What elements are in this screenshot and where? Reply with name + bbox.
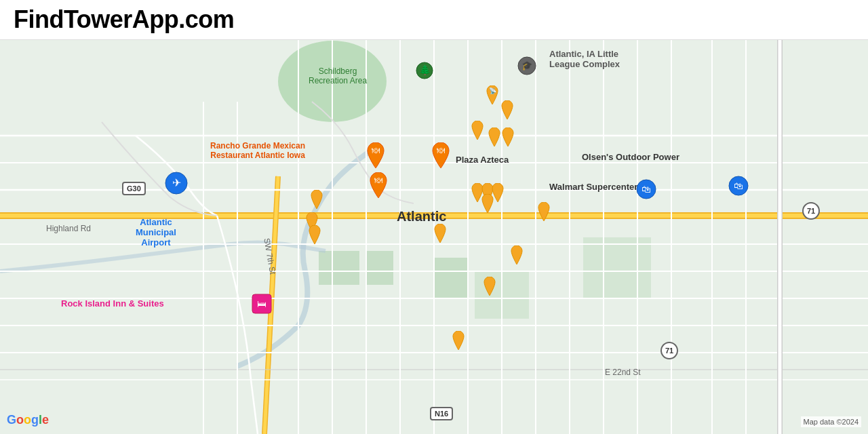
tower-pin[interactable] <box>481 277 498 296</box>
tower-pin[interactable] <box>500 127 516 146</box>
tower-pin[interactable]: 📡 <box>484 85 500 104</box>
r71-badge-1: 71 <box>802 202 820 220</box>
site-title: FindTowerApp.com <box>14 5 234 33</box>
food-pin[interactable]: 🍽 <box>430 142 452 168</box>
svg-text:🍽: 🍽 <box>374 176 382 185</box>
g30-badge: G30 <box>122 182 146 195</box>
airport-pin[interactable]: ✈ <box>164 171 189 195</box>
r71-badge-2: 71 <box>660 342 678 359</box>
svg-text:🌲: 🌲 <box>419 64 431 76</box>
map-container: FindTowerApp.com Elite Octa SchildbergRe… <box>0 0 868 434</box>
food-pin[interactable]: 🍽 <box>368 172 389 198</box>
tower-pin[interactable] <box>309 190 325 209</box>
header-bar: FindTowerApp.com <box>0 0 868 40</box>
tower-pin[interactable] <box>479 194 496 213</box>
svg-text:🍽: 🍽 <box>437 146 445 155</box>
svg-text:🎓: 🎓 <box>521 60 533 71</box>
school-pin: 🎓 <box>517 56 537 76</box>
tower-pin[interactable] <box>307 225 323 244</box>
hotel-pin[interactable]: 🛏 <box>251 293 273 315</box>
park-pin: 🌲 <box>415 61 434 80</box>
tower-pin[interactable] <box>432 224 448 243</box>
svg-rect-4 <box>434 258 468 298</box>
tower-pin[interactable] <box>469 121 486 140</box>
google-logo: Google <box>7 413 49 427</box>
svg-text:✈: ✈ <box>172 177 181 189</box>
svg-text:🛍: 🛍 <box>734 180 743 191</box>
tower-pin[interactable] <box>499 100 515 119</box>
svg-text:🛍: 🛍 <box>642 184 651 195</box>
svg-rect-3 <box>366 251 393 285</box>
svg-text:🍽: 🍽 <box>372 146 380 155</box>
svg-rect-6 <box>583 237 651 298</box>
svg-text:🛏: 🛏 <box>257 298 267 309</box>
shopping-pin[interactable]: 🛍 <box>635 178 657 200</box>
svg-text:📡: 📡 <box>489 87 497 95</box>
tower-pin[interactable] <box>509 245 525 264</box>
food-pin[interactable]: 🍽 <box>365 142 387 168</box>
n16-badge: N16 <box>430 407 453 420</box>
tower-pin[interactable] <box>450 331 467 350</box>
map-data-copyright: Map data ©2024 <box>801 416 862 427</box>
tower-pin[interactable] <box>536 202 552 221</box>
svg-rect-2 <box>319 251 359 285</box>
shopping-pin-2[interactable]: 🛍 <box>728 175 749 197</box>
